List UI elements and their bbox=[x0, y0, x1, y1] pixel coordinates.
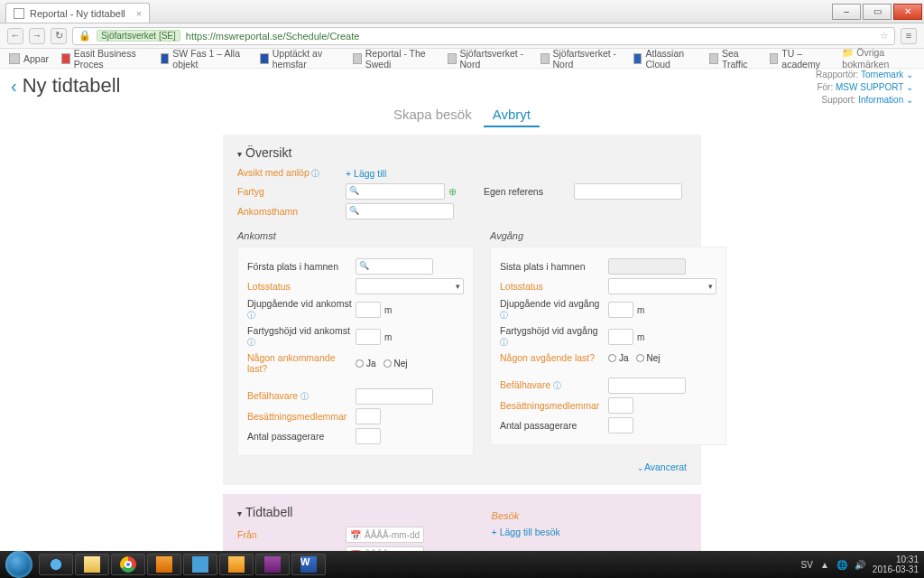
label-crew-arr: Besättningsmedlemmar bbox=[247, 411, 346, 422]
chevron-down-icon[interactable]: ⌄ bbox=[906, 82, 913, 92]
page-icon bbox=[14, 8, 24, 19]
taskbar-onenote[interactable] bbox=[255, 554, 290, 575]
reporter-link[interactable]: Tornemark bbox=[861, 70, 903, 79]
taskbar-outlook[interactable] bbox=[219, 554, 254, 575]
https-chip: Sjöfartsverket [SE] bbox=[97, 30, 180, 42]
crew-dep-input[interactable] bbox=[608, 397, 633, 414]
vessel-input[interactable] bbox=[346, 183, 445, 200]
draft-arr-input[interactable] bbox=[356, 302, 381, 318]
outbound-cargo-ja-radio[interactable]: Ja bbox=[608, 353, 629, 363]
master-arr-input[interactable] bbox=[356, 388, 433, 405]
pax-arr-input[interactable] bbox=[356, 428, 381, 444]
apps-button[interactable]: Appar bbox=[9, 53, 49, 64]
departure-panel: Sista plats i hamnen Lotsstatus Djupgåen… bbox=[490, 247, 726, 445]
window-minimize-button[interactable]: – bbox=[832, 4, 861, 20]
chevron-down-icon[interactable]: ⌄ bbox=[906, 95, 913, 105]
back-chevron-icon[interactable]: ‹ bbox=[11, 76, 17, 97]
chevron-down-icon[interactable]: ⌄ bbox=[906, 70, 913, 79]
label-master-arr: Befälhavare bbox=[247, 390, 309, 401]
window-titlebar: Reportal - Ny tidtabell × – ▭ ✕ bbox=[0, 0, 924, 23]
bookmark-item[interactable]: Upptäckt av hemsfar bbox=[260, 48, 340, 70]
label-pax-dep: Antal passagerare bbox=[500, 420, 577, 431]
taskbar-explorer[interactable] bbox=[75, 554, 109, 575]
window-close-button[interactable]: ✕ bbox=[893, 4, 922, 20]
tray-network-icon[interactable]: 🌐 bbox=[836, 560, 847, 570]
label-outbound-cargo: Någon avgående last? bbox=[500, 352, 595, 363]
draft-dep-input[interactable] bbox=[608, 302, 633, 318]
first-place-input[interactable] bbox=[356, 258, 433, 275]
unit-m: m bbox=[637, 305, 644, 315]
height-arr-input[interactable] bbox=[356, 329, 381, 345]
add-vessel-icon[interactable]: ⊕ bbox=[448, 186, 457, 198]
label-from: Från bbox=[237, 529, 257, 540]
unit-m: m bbox=[384, 332, 392, 342]
support-link[interactable]: Information bbox=[858, 95, 903, 105]
label-last-place: Sista plats i hamnen bbox=[500, 261, 586, 272]
taskbar-lync[interactable] bbox=[183, 554, 217, 575]
label-height-arr: Fartygshöjd vid ankomst bbox=[247, 325, 350, 347]
pilot-status-dep-select[interactable] bbox=[608, 278, 716, 294]
arrival-port-input[interactable] bbox=[346, 203, 454, 219]
crew-arr-input[interactable] bbox=[356, 408, 381, 424]
taskbar-media[interactable] bbox=[147, 554, 181, 575]
bookmark-item[interactable]: Sea Traffic bbox=[709, 48, 756, 70]
label-first-place: Första plats i hamnen bbox=[247, 261, 338, 272]
outbound-cargo-nej-radio[interactable]: Nej bbox=[636, 353, 661, 363]
bookmark-item[interactable]: TU – academy bbox=[770, 48, 830, 70]
from-date-input[interactable]: 📅ÅÅÅÅ-mm-dd bbox=[346, 527, 424, 543]
label-fartyg: Fartyg bbox=[237, 186, 264, 197]
own-reference-input[interactable] bbox=[574, 183, 682, 200]
pilot-status-arr-select[interactable] bbox=[356, 278, 464, 294]
tray-volume-icon[interactable]: 🔊 bbox=[855, 560, 865, 570]
visits-subhead: Besök bbox=[492, 510, 687, 521]
bookmark-item[interactable]: Atlassian Cloud bbox=[633, 48, 698, 70]
departure-subhead: Avgång bbox=[490, 230, 726, 241]
bookmark-item[interactable]: Easit Business Proces bbox=[61, 48, 148, 70]
other-bookmarks[interactable]: 📁 Övriga bokmärken bbox=[842, 47, 915, 70]
tab-cancel[interactable]: Avbryt bbox=[484, 103, 540, 127]
advanced-toggle[interactable]: Avancerat bbox=[237, 461, 687, 472]
tray-flag-icon[interactable]: ▲ bbox=[820, 560, 829, 570]
bookmark-star-icon[interactable]: ☆ bbox=[880, 30, 889, 42]
timetable-header[interactable]: Tidtabell bbox=[237, 505, 476, 519]
browser-tab[interactable]: Reportal - Ny tidtabell × bbox=[5, 3, 150, 23]
last-place-input[interactable] bbox=[608, 258, 686, 275]
url-text: https://mswreportal.se/Schedule/Create bbox=[186, 31, 360, 42]
inbound-cargo-ja-radio[interactable]: Ja bbox=[356, 359, 376, 368]
for-link[interactable]: MSW SUPPORT bbox=[836, 82, 903, 92]
bookmark-item[interactable]: SW Fas 1 – Alla objekt bbox=[161, 48, 247, 70]
nav-reload-button[interactable]: ↻ bbox=[51, 28, 67, 44]
inbound-cargo-nej-radio[interactable]: Nej bbox=[383, 359, 408, 368]
nav-back-button[interactable]: ← bbox=[7, 28, 23, 44]
label-egen-referens: Egen referens bbox=[484, 186, 543, 197]
pax-dep-input[interactable] bbox=[608, 417, 633, 434]
label-crew-dep: Besättningsmedlemmar bbox=[500, 400, 599, 411]
start-button[interactable] bbox=[5, 551, 32, 578]
window-maximize-button[interactable]: ▭ bbox=[863, 4, 892, 20]
tray-lang[interactable]: SV bbox=[801, 560, 813, 570]
overview-header[interactable]: Översikt bbox=[237, 145, 687, 160]
add-visit-link[interactable]: + Lägg till besök bbox=[492, 527, 687, 537]
master-dep-input[interactable] bbox=[608, 378, 686, 394]
label-pilot-status-dep: Lotsstatus bbox=[500, 281, 543, 292]
address-bar[interactable]: 🔒 Sjöfartsverket [SE] https://mswreporta… bbox=[72, 27, 895, 45]
label-master-dep: Befälhavare bbox=[500, 379, 561, 390]
taskbar-chrome[interactable] bbox=[111, 554, 145, 575]
nav-forward-button[interactable]: → bbox=[29, 28, 45, 44]
height-dep-input[interactable] bbox=[608, 329, 633, 345]
add-intention-link[interactable]: + Lägg till bbox=[346, 168, 386, 179]
bookmark-item[interactable]: Reportal - The Swedi bbox=[353, 48, 435, 70]
tab-create-visit[interactable]: Skapa besök bbox=[384, 103, 481, 126]
browser-menu-button[interactable]: ≡ bbox=[901, 28, 917, 44]
taskbar-word[interactable]: W bbox=[291, 554, 326, 575]
taskbar-ie[interactable] bbox=[39, 554, 73, 575]
unit-m: m bbox=[384, 305, 392, 315]
label-ankomsthamn: Ankomsthamn bbox=[237, 206, 298, 217]
bookmark-item[interactable]: Sjöfartsverket - Nord bbox=[541, 48, 621, 70]
label-draft-arr: Djupgående vid ankomst bbox=[247, 298, 352, 320]
arrival-subhead: Ankomst bbox=[237, 230, 474, 241]
bookmarks-bar: Appar Easit Business Proces SW Fas 1 – A… bbox=[0, 49, 924, 69]
tray-clock[interactable]: 10:31 2016-03-31 bbox=[873, 555, 919, 574]
bookmark-item[interactable]: Sjöfartsverket - Nord bbox=[448, 48, 528, 70]
close-tab-icon[interactable]: × bbox=[136, 8, 142, 19]
